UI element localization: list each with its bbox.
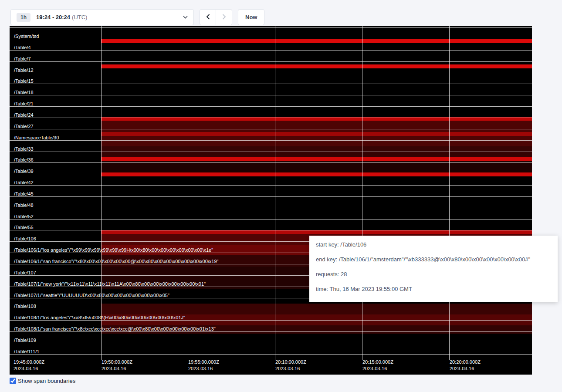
row-label: /NamespaceTable/30 [14,135,59,141]
heat-band [101,64,532,68]
heat-band [101,146,532,157]
now-button[interactable]: Now [238,9,264,25]
tooltip-line: end key: /Table/106/1/"amsterdam"/"\xb33… [316,256,551,263]
row-label: /Table/107/1/"seattle"/"UUUUUUD\x00\x80\… [14,292,169,298]
chevron-right-icon [222,14,226,21]
span-boundary-line [10,185,532,186]
span-boundary-line [10,309,532,309]
row-label: /Table/12 [14,67,34,73]
row-label: /Table/36 [14,157,34,163]
time-range-selector[interactable]: 1h 19:24 - 20:24 (UTC) [10,9,194,25]
row-label: /Table/111/1 [14,348,39,355]
time-range-text: 19:24 - 20:24 [36,14,70,20]
span-boundary-line [10,106,532,107]
span-boundary-line [10,50,532,51]
span-boundary-line [10,27,532,28]
time-gridline [188,26,188,360]
x-axis-date-label: 2023-03-16 [14,366,38,371]
chevron-left-icon [206,14,210,21]
heat-band [101,157,532,161]
span-boundary-line [10,230,532,230]
row-label: /Table/108/1/"san francisco"/"\x8c\xcc\x… [14,326,216,332]
span-boundary-line [10,152,532,152]
span-boundary-line [10,95,532,95]
next-time-button[interactable] [216,9,232,25]
row-label: /Table/55 [14,224,34,230]
span-boundary-line [10,354,532,355]
x-axis-date-label: 2023-03-16 [362,366,387,371]
row-label: /Table/48 [14,202,34,208]
row-label: /Table/4 [14,44,31,51]
x-axis-time-label: 19:50:00.000Z [102,359,132,365]
span-boundary-line [10,129,532,129]
x-axis-time-label: 19:45:00.000Z [14,359,44,365]
tooltip-line: time: Thu, 16 Mar 2023 19:55:00 GMT [316,285,551,293]
row-label: /Table/109 [14,337,36,343]
heat-band [101,132,532,136]
span-boundary-line [10,73,532,73]
time-gridline [101,26,102,360]
row-label: /Table/107 [14,270,36,276]
x-axis-date-label: 2023-03-16 [275,366,300,371]
span-boundary-line [10,162,532,163]
show-span-boundaries-label: Show span boundaries [18,378,75,384]
time-gridline [275,26,275,360]
x-axis-time-label: 20:15:00.000Z [362,359,393,365]
row-label: /Table/106/1/"los angeles"/"\x99\x99\x99… [14,247,213,253]
time-range-duration-badge: 1h [17,13,30,22]
row-label: /Table/52 [14,213,34,220]
row-label: /Table/39 [14,168,34,174]
row-label: /Table/18 [14,89,34,95]
x-axis-time-label: 20:20:00.000Z [450,359,481,365]
tooltip-line: requests: 28 [316,270,551,278]
span-tooltip: start key: /Table/106end key: /Table/106… [309,236,558,302]
row-label: /Table/24 [14,112,34,118]
span-boundary-line [10,174,532,174]
row-label: /Table/106 [14,236,36,242]
x-axis-date-label: 2023-03-16 [102,366,126,371]
time-gridline [362,26,362,360]
row-label: /Table/106/1/"san francisco"/"\x80\x00\x… [14,258,219,264]
span-boundary-line [10,208,532,208]
row-label: /Table/27 [14,123,34,129]
x-axis-time-label: 20:10:00.000Z [275,359,306,365]
time-range-timezone: (UTC) [72,14,87,20]
heat-band [101,121,532,132]
span-boundary-line [10,219,532,220]
previous-time-button[interactable] [200,9,216,25]
x-axis-date-label: 2023-03-16 [450,366,474,371]
time-nav-group [200,9,232,25]
span-boundary-line [10,196,532,197]
heat-band [101,172,532,176]
row-label: /System/tsd [14,33,39,39]
time-gridline [449,26,450,360]
row-label: /Table/108/1/"los angeles"/"\xa8\xf5\u00… [14,314,185,321]
span-boundary-line [10,61,532,62]
footer-controls: Show span boundaries [10,378,75,384]
x-axis-time-label: 19:55:00.000Z [188,359,219,365]
row-label: /Table/108 [14,303,36,309]
row-label: /Table/7 [14,56,31,62]
heat-band [101,136,532,146]
row-label: /Table/15 [14,78,34,84]
row-label: /Table/21 [14,101,34,107]
show-span-boundaries-checkbox[interactable] [10,378,16,384]
heatmap-canvas[interactable]: /System/tsd/Table/4/Table/7/Table/12/Tab… [10,26,532,375]
span-boundary-line [10,84,532,84]
row-label: /Table/33 [14,146,34,152]
span-boundary-line [10,118,532,118]
row-label: /Table/45 [14,191,34,197]
span-boundary-line [10,39,532,39]
chevron-down-icon [183,16,188,19]
key-visualizer-page: 1h 19:24 - 20:24 (UTC) Now /System/tsd/T… [0,0,562,392]
span-boundary-line [10,140,532,141]
heat-band [101,39,532,43]
span-boundary-line [10,343,532,343]
row-label: /Table/42 [14,179,34,186]
row-label: /Table/107/1/"new york"/"\x11\x11\x11\x1… [14,281,206,287]
x-axis-date-label: 2023-03-16 [188,366,213,371]
tooltip-line: start key: /Table/106 [316,241,551,248]
